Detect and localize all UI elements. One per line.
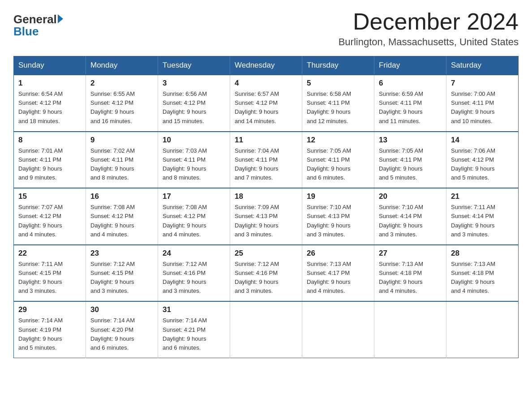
calendar-cell: 4 Sunrise: 6:57 AM Sunset: 4:12 PM Dayli…	[230, 75, 302, 132]
day-number: 8	[18, 136, 81, 145]
calendar-cell: 9 Sunrise: 7:02 AM Sunset: 4:11 PM Dayli…	[86, 132, 158, 188]
day-info: Sunrise: 7:11 AM Sunset: 4:14 PM Dayligh…	[451, 203, 514, 239]
calendar-cell	[230, 301, 302, 358]
calendar-cell: 19 Sunrise: 7:10 AM Sunset: 4:13 PM Dayl…	[302, 188, 374, 245]
calendar-cell: 30 Sunrise: 7:14 AM Sunset: 4:20 PM Dayl…	[86, 301, 158, 358]
calendar-cell	[446, 301, 519, 358]
day-info: Sunrise: 7:13 AM Sunset: 4:18 PM Dayligh…	[451, 260, 514, 296]
day-number: 30	[90, 305, 153, 314]
calendar-week-3: 15 Sunrise: 7:07 AM Sunset: 4:12 PM Dayl…	[14, 188, 519, 245]
weekday-monday: Monday	[86, 56, 158, 75]
day-number: 14	[451, 136, 514, 145]
day-number: 21	[451, 192, 514, 201]
day-number: 28	[451, 249, 514, 258]
day-number: 15	[18, 192, 81, 201]
calendar-cell: 22 Sunrise: 7:11 AM Sunset: 4:15 PM Dayl…	[14, 245, 86, 302]
day-number: 27	[379, 249, 442, 258]
day-number: 26	[307, 249, 369, 258]
calendar-week-4: 22 Sunrise: 7:11 AM Sunset: 4:15 PM Dayl…	[14, 245, 519, 302]
weekday-thursday: Thursday	[302, 56, 374, 75]
day-info: Sunrise: 6:57 AM Sunset: 4:12 PM Dayligh…	[235, 90, 297, 126]
calendar-cell: 31 Sunrise: 7:14 AM Sunset: 4:21 PM Dayl…	[158, 301, 230, 358]
calendar-cell	[302, 301, 374, 358]
weekday-tuesday: Tuesday	[158, 56, 230, 75]
day-info: Sunrise: 6:55 AM Sunset: 4:12 PM Dayligh…	[90, 90, 153, 126]
calendar-body: 1 Sunrise: 6:54 AM Sunset: 4:12 PM Dayli…	[14, 75, 519, 358]
calendar-cell: 5 Sunrise: 6:58 AM Sunset: 4:11 PM Dayli…	[302, 75, 374, 132]
title-section: December 2024 Burlington, Massachusetts,…	[339, 9, 519, 48]
weekday-sunday: Sunday	[14, 56, 86, 75]
day-number: 23	[90, 249, 153, 258]
calendar-cell: 3 Sunrise: 6:56 AM Sunset: 4:12 PM Dayli…	[158, 75, 230, 132]
calendar-cell: 25 Sunrise: 7:12 AM Sunset: 4:16 PM Dayl…	[230, 245, 302, 302]
day-number: 12	[307, 136, 369, 145]
calendar-cell: 10 Sunrise: 7:03 AM Sunset: 4:11 PM Dayl…	[158, 132, 230, 188]
calendar-cell: 6 Sunrise: 6:59 AM Sunset: 4:11 PM Dayli…	[374, 75, 446, 132]
main-title: December 2024	[339, 9, 519, 34]
calendar-cell	[374, 301, 446, 358]
calendar-header: SundayMondayTuesdayWednesdayThursdayFrid…	[14, 56, 519, 75]
day-info: Sunrise: 7:12 AM Sunset: 4:16 PM Dayligh…	[235, 260, 297, 296]
day-number: 5	[307, 79, 369, 88]
calendar-cell: 11 Sunrise: 7:04 AM Sunset: 4:11 PM Dayl…	[230, 132, 302, 188]
day-number: 31	[163, 305, 225, 314]
calendar-cell: 18 Sunrise: 7:09 AM Sunset: 4:13 PM Dayl…	[230, 188, 302, 245]
calendar-cell: 26 Sunrise: 7:13 AM Sunset: 4:17 PM Dayl…	[302, 245, 374, 302]
day-number: 3	[163, 79, 225, 88]
weekday-saturday: Saturday	[446, 56, 519, 75]
day-info: Sunrise: 7:08 AM Sunset: 4:12 PM Dayligh…	[90, 203, 153, 239]
day-info: Sunrise: 7:12 AM Sunset: 4:15 PM Dayligh…	[90, 260, 153, 296]
day-number: 7	[451, 79, 514, 88]
day-number: 29	[18, 305, 81, 314]
day-info: Sunrise: 7:02 AM Sunset: 4:11 PM Dayligh…	[90, 146, 153, 183]
day-info: Sunrise: 7:04 AM Sunset: 4:11 PM Dayligh…	[235, 146, 297, 183]
day-number: 19	[307, 192, 369, 201]
day-info: Sunrise: 7:05 AM Sunset: 4:11 PM Dayligh…	[307, 146, 369, 183]
day-number: 1	[18, 79, 81, 88]
logo-arrow-icon	[58, 14, 63, 23]
day-info: Sunrise: 6:54 AM Sunset: 4:12 PM Dayligh…	[18, 90, 81, 126]
day-info: Sunrise: 7:00 AM Sunset: 4:11 PM Dayligh…	[451, 90, 514, 126]
day-info: Sunrise: 7:09 AM Sunset: 4:13 PM Dayligh…	[235, 203, 297, 239]
day-number: 4	[235, 79, 297, 88]
page-header: General Blue December 2024 Burlington, M…	[13, 9, 519, 48]
day-number: 25	[235, 249, 297, 258]
day-number: 6	[379, 79, 442, 88]
weekday-header-row: SundayMondayTuesdayWednesdayThursdayFrid…	[14, 56, 519, 75]
calendar-cell: 27 Sunrise: 7:13 AM Sunset: 4:18 PM Dayl…	[374, 245, 446, 302]
day-info: Sunrise: 7:11 AM Sunset: 4:15 PM Dayligh…	[18, 260, 81, 296]
calendar-cell: 2 Sunrise: 6:55 AM Sunset: 4:12 PM Dayli…	[86, 75, 158, 132]
day-info: Sunrise: 7:13 AM Sunset: 4:17 PM Dayligh…	[307, 260, 369, 296]
weekday-friday: Friday	[374, 56, 446, 75]
calendar-cell: 1 Sunrise: 6:54 AM Sunset: 4:12 PM Dayli…	[14, 75, 86, 132]
calendar-cell: 23 Sunrise: 7:12 AM Sunset: 4:15 PM Dayl…	[86, 245, 158, 302]
logo: General Blue	[13, 13, 63, 39]
calendar-cell: 20 Sunrise: 7:10 AM Sunset: 4:14 PM Dayl…	[374, 188, 446, 245]
calendar-cell: 13 Sunrise: 7:05 AM Sunset: 4:11 PM Dayl…	[374, 132, 446, 188]
calendar-cell: 17 Sunrise: 7:08 AM Sunset: 4:12 PM Dayl…	[158, 188, 230, 245]
calendar-cell: 29 Sunrise: 7:14 AM Sunset: 4:19 PM Dayl…	[14, 301, 86, 358]
calendar-week-1: 1 Sunrise: 6:54 AM Sunset: 4:12 PM Dayli…	[14, 75, 519, 132]
day-info: Sunrise: 7:12 AM Sunset: 4:16 PM Dayligh…	[163, 260, 225, 296]
logo-blue-text: Blue	[13, 25, 39, 39]
calendar-cell: 14 Sunrise: 7:06 AM Sunset: 4:12 PM Dayl…	[446, 132, 519, 188]
day-info: Sunrise: 7:01 AM Sunset: 4:11 PM Dayligh…	[18, 146, 81, 183]
day-info: Sunrise: 7:07 AM Sunset: 4:12 PM Dayligh…	[18, 203, 81, 239]
calendar-cell: 7 Sunrise: 7:00 AM Sunset: 4:11 PM Dayli…	[446, 75, 519, 132]
day-number: 18	[235, 192, 297, 201]
day-number: 9	[90, 136, 153, 145]
day-info: Sunrise: 7:14 AM Sunset: 4:21 PM Dayligh…	[163, 316, 225, 352]
day-info: Sunrise: 6:59 AM Sunset: 4:11 PM Dayligh…	[379, 90, 442, 126]
weekday-wednesday: Wednesday	[230, 56, 302, 75]
day-info: Sunrise: 7:14 AM Sunset: 4:20 PM Dayligh…	[90, 316, 153, 352]
day-info: Sunrise: 7:08 AM Sunset: 4:12 PM Dayligh…	[163, 203, 225, 239]
day-info: Sunrise: 7:13 AM Sunset: 4:18 PM Dayligh…	[379, 260, 442, 296]
day-number: 24	[163, 249, 225, 258]
subtitle: Burlington, Massachusetts, United States	[339, 36, 519, 48]
calendar-table: SundayMondayTuesdayWednesdayThursdayFrid…	[13, 56, 519, 358]
day-info: Sunrise: 7:05 AM Sunset: 4:11 PM Dayligh…	[379, 146, 442, 183]
day-number: 16	[90, 192, 153, 201]
calendar-cell: 28 Sunrise: 7:13 AM Sunset: 4:18 PM Dayl…	[446, 245, 519, 302]
day-number: 10	[163, 136, 225, 145]
day-info: Sunrise: 7:10 AM Sunset: 4:14 PM Dayligh…	[379, 203, 442, 239]
